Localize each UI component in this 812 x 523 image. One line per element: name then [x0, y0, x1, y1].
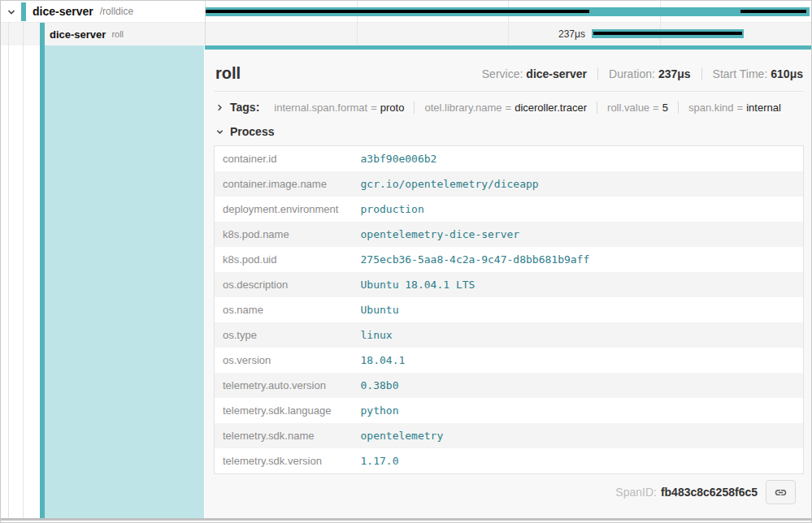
- table-row: k8s.pod.uid275ecb36-5aa8-4c2a-9c47-d8bb6…: [215, 247, 804, 272]
- indent-guide: [23, 45, 24, 518]
- critical-path-segment: [740, 10, 806, 13]
- timeline-row-roll: 237μs: [205, 23, 811, 45]
- panel-bottom-edge: [1, 518, 811, 521]
- span-bar-rolldice[interactable]: [206, 7, 810, 16]
- table-row: telemetry.sdk.nameopentelemetry: [215, 423, 804, 448]
- tag-equals: =: [371, 102, 377, 114]
- process-value: linux: [353, 322, 804, 348]
- selected-span-highlight: [45, 45, 204, 518]
- span-operation-name: roll: [111, 29, 124, 39]
- process-value: 1.17.0: [353, 448, 804, 474]
- span-detail-panel: roll Service:dice-server Duration:237μs …: [205, 45, 812, 518]
- span-row-rolldice[interactable]: dice-server /rolldice: [1, 1, 205, 23]
- meta-service: Service:dice-server: [482, 67, 587, 80]
- indent-guide: [23, 23, 24, 45]
- process-value: gcr.io/opentelemetry/diceapp: [353, 171, 804, 197]
- meta-start-time: Start Time:610μs: [701, 67, 803, 80]
- chevron-right-icon: [215, 103, 224, 112]
- tag-value: 5: [662, 102, 668, 114]
- meta-duration: Duration:237μs: [597, 67, 691, 80]
- tag-key: otel.library.name: [424, 102, 502, 114]
- span-tree-gutter: [1, 45, 205, 518]
- span-operation-name: /rolldice: [100, 6, 133, 17]
- service-color-bar: [21, 2, 26, 21]
- tag-equals: =: [653, 102, 659, 114]
- process-key: telemetry.sdk.version: [215, 448, 353, 474]
- meta-label: Duration:: [609, 67, 655, 80]
- jaeger-trace-window: dice-server /rolldice dice-server roll 2…: [0, 0, 812, 523]
- tag-summary-item: internal.span.format=proto: [264, 102, 414, 114]
- spanid-value: fb483c8c6258f6c5: [661, 486, 758, 499]
- tag-equals: =: [506, 102, 512, 114]
- timeline-gridline: [508, 23, 509, 45]
- process-value: production: [353, 197, 804, 222]
- span-detail-header: roll Service:dice-server Duration:237μs …: [214, 59, 804, 92]
- process-key: os.version: [215, 348, 353, 373]
- indent-guide: [8, 45, 9, 518]
- process-value: opentelemetry-dice-server: [353, 222, 804, 247]
- meta-label: Start Time:: [713, 67, 768, 80]
- process-key: k8s.pod.name: [215, 222, 353, 247]
- table-row: container.image.namegcr.io/opentelemetry…: [215, 171, 804, 197]
- process-label: Process: [230, 125, 274, 138]
- tag-summary-item: roll.value=5: [597, 102, 678, 114]
- critical-path-segment: [593, 32, 742, 35]
- process-key-value-table: container.ida3bf90e006b2 container.image…: [214, 145, 804, 474]
- span-bar-roll[interactable]: [592, 29, 744, 38]
- service-color-bar: [40, 23, 45, 45]
- meta-value: 237μs: [658, 67, 691, 80]
- span-meta: Service:dice-server Duration:237μs Start…: [482, 67, 803, 80]
- process-accordion-header[interactable]: Process: [214, 115, 804, 145]
- name-column-divider: [205, 1, 206, 45]
- table-row: os.descriptionUbuntu 18.04.1 LTS: [215, 272, 804, 297]
- process-key: k8s.pod.uid: [215, 247, 353, 272]
- process-value: Ubuntu 18.04.1 LTS: [353, 272, 804, 297]
- process-key: os.type: [215, 322, 353, 348]
- tag-key: roll.value: [607, 102, 649, 114]
- tag-summary-item: otel.library.name=diceroller.tracer: [414, 102, 597, 114]
- indent-guide: [8, 23, 9, 45]
- meta-value: dice-server: [526, 67, 587, 80]
- table-row: os.nameUbuntu: [215, 297, 804, 322]
- table-row: os.typelinux: [215, 322, 804, 348]
- tag-summary-item: span.kind=internal: [678, 102, 791, 114]
- process-key: container.image.name: [215, 171, 353, 197]
- chevron-down-icon[interactable]: [7, 7, 16, 17]
- link-icon: [774, 486, 788, 499]
- tag-value: diceroller.tracer: [515, 102, 587, 114]
- chevron-down-icon: [215, 128, 224, 136]
- process-key: container.id: [215, 146, 353, 172]
- span-service-name: dice-server: [33, 5, 93, 18]
- tag-value: internal: [746, 102, 781, 114]
- table-row: container.ida3bf90e006b2: [215, 146, 804, 172]
- meta-label: Service:: [482, 67, 523, 80]
- spanid-label: SpanID:: [615, 486, 657, 499]
- table-row: telemetry.sdk.version1.17.0: [215, 448, 804, 474]
- table-row: telemetry.sdk.languagepython: [215, 398, 804, 423]
- span-title: roll: [215, 64, 241, 83]
- timeline-gridline: [357, 23, 358, 45]
- tags-accordion-header[interactable]: Tags: internal.span.format=proto otel.li…: [214, 92, 804, 115]
- span-service-name: dice-server: [50, 28, 106, 41]
- timeline-row-rolldice: [205, 1, 811, 23]
- critical-path-segment: [206, 10, 589, 13]
- table-row: deployment.environmentproduction: [215, 197, 804, 222]
- span-row-roll[interactable]: dice-server roll: [1, 23, 205, 45]
- table-row: k8s.pod.nameopentelemetry-dice-server: [215, 222, 804, 247]
- tag-value: proto: [380, 102, 405, 114]
- process-key: telemetry.auto.version: [215, 373, 353, 398]
- copy-link-button[interactable]: [766, 480, 796, 504]
- process-value: opentelemetry: [353, 423, 804, 448]
- process-value: 275ecb36-5aa8-4c2a-9c47-d8bb681b9aff: [353, 247, 804, 272]
- table-row: telemetry.auto.version0.38b0: [215, 373, 804, 398]
- tags-label: Tags:: [230, 101, 259, 114]
- process-value: Ubuntu: [353, 297, 804, 322]
- tag-key: span.kind: [688, 102, 734, 114]
- process-value: 0.38b0: [353, 373, 804, 398]
- tag-key: internal.span.format: [274, 102, 367, 114]
- process-key: telemetry.sdk.language: [215, 398, 353, 423]
- process-value: a3bf90e006b2: [353, 146, 804, 172]
- process-value: 18.04.1: [353, 348, 804, 373]
- process-key: os.name: [215, 297, 353, 322]
- meta-value: 610μs: [771, 67, 803, 80]
